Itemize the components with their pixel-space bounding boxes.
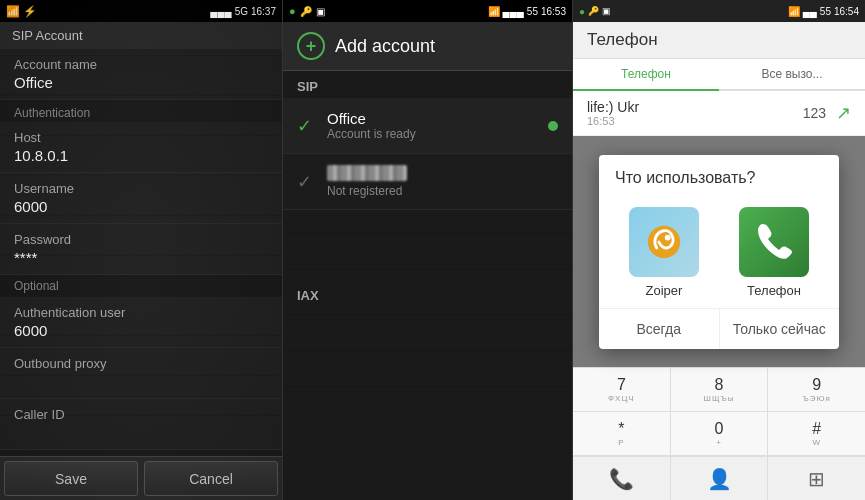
app-item-phone[interactable]: Телефон bbox=[729, 207, 819, 298]
account-name-value: Office bbox=[14, 74, 268, 91]
dialpad-contacts-button[interactable]: 👤 bbox=[671, 457, 769, 500]
dialpad-key-0[interactable]: 0 + bbox=[671, 412, 769, 456]
iax-section: IAX bbox=[283, 280, 572, 387]
time-3: 16:54 bbox=[834, 6, 859, 17]
sd-icon: ▣ bbox=[316, 6, 325, 17]
call-number: 123 bbox=[803, 105, 826, 121]
caller-name: life:) Ukr bbox=[587, 99, 793, 115]
call-info: life:) Ukr 16:53 bbox=[587, 99, 793, 127]
dialpad-key-8[interactable]: 8 ШЩЪы bbox=[671, 368, 769, 412]
signal-2: ▄▄▄ bbox=[503, 6, 524, 17]
iax-empty-area bbox=[283, 307, 572, 387]
dialpad-key-9[interactable]: 9 ЪЭЮя bbox=[768, 368, 865, 412]
account-name-field[interactable]: Account name Office bbox=[0, 49, 282, 100]
username-field[interactable]: Username 6000 bbox=[0, 173, 282, 224]
add-account-title: Add account bbox=[335, 36, 435, 57]
account-status-1: Account is ready bbox=[327, 127, 538, 141]
phone-tabs: Телефон Все вызо... bbox=[573, 59, 865, 91]
app-item-zoiper[interactable]: Zoiper bbox=[619, 207, 709, 298]
call-time: 16:53 bbox=[587, 115, 793, 127]
tab-phone[interactable]: Телефон bbox=[573, 59, 719, 91]
list-item[interactable]: ✓ Office Account is ready bbox=[283, 98, 572, 154]
battery-2: 55 bbox=[527, 6, 538, 17]
password-field[interactable]: Password **** bbox=[0, 224, 282, 275]
sip-section-label: SIP bbox=[283, 71, 572, 98]
zoiper-label: Zoiper bbox=[646, 283, 683, 298]
panel1-action-bar: Save Cancel bbox=[0, 456, 282, 500]
account-status-2: Not registered bbox=[327, 184, 558, 198]
svg-point-1 bbox=[665, 234, 671, 240]
sip-status-icon: ● bbox=[289, 5, 296, 17]
account-name-1: Office bbox=[327, 110, 538, 127]
dialpad-call-button[interactable]: 📞 bbox=[573, 457, 671, 500]
app-chooser-dialog: Что использовать? Zoiper bbox=[599, 155, 839, 349]
status-bar-3: ● 🔑 ▣ 📶 ▄▄ 55 16:54 bbox=[573, 0, 865, 22]
outbound-proxy-value bbox=[14, 373, 268, 390]
cancel-button[interactable]: Cancel bbox=[144, 461, 278, 496]
add-circle-icon[interactable]: + bbox=[297, 32, 325, 60]
auth-user-field[interactable]: Authentication user 6000 bbox=[0, 297, 282, 348]
phone-header: Телефон bbox=[573, 22, 865, 59]
status-left-icons: 📶 ⚡ bbox=[6, 5, 37, 18]
dialpad-key-7[interactable]: 7 ФХЦЧ bbox=[573, 368, 671, 412]
battery-3: 55 bbox=[820, 6, 831, 17]
key-icon-3: 🔑 bbox=[588, 6, 599, 16]
time-2: 16:53 bbox=[541, 6, 566, 17]
account-info-1: Office Account is ready bbox=[327, 110, 538, 141]
account-info-2: Not registered bbox=[327, 165, 558, 198]
save-button[interactable]: Save bbox=[4, 461, 138, 496]
dialpad-row-1: 7 ФХЦЧ 8 ШЩЪы 9 ЪЭЮя bbox=[573, 368, 865, 412]
dialog-action-buttons: Всегда Только сейчас bbox=[599, 308, 839, 349]
accounts-list: SIP ✓ Office Account is ready ✓ Not regi… bbox=[283, 71, 572, 500]
call-list-item[interactable]: life:) Ukr 16:53 123 ↗ bbox=[573, 91, 865, 136]
add-account-header: + Add account bbox=[283, 22, 572, 71]
always-button[interactable]: Всегда bbox=[599, 309, 720, 349]
outbound-proxy-field[interactable]: Outbound proxy bbox=[0, 348, 282, 399]
call-arrow-icon: ↗ bbox=[836, 102, 851, 124]
sip-icon-3: ● bbox=[579, 6, 585, 17]
dialpad-row-2: * P 0 + # W bbox=[573, 412, 865, 456]
signal-strength: ▄▄▄ bbox=[210, 6, 231, 17]
host-field[interactable]: Host 10.8.0.1 bbox=[0, 122, 282, 173]
panel1-title: SIP Account bbox=[0, 22, 282, 49]
dialpad-key-hash[interactable]: # W bbox=[768, 412, 865, 456]
dialpad-grid-button[interactable]: ⊞ bbox=[768, 457, 865, 500]
wifi-icon: 📶 bbox=[488, 6, 500, 17]
auth-user-label: Authentication user bbox=[14, 305, 268, 320]
password-label: Password bbox=[14, 232, 268, 247]
password-value: **** bbox=[14, 249, 268, 266]
caller-id-field[interactable]: Caller ID bbox=[0, 399, 282, 450]
sip-empty-area bbox=[283, 210, 572, 270]
key-icon: 🔑 bbox=[300, 6, 312, 17]
time-display: 16:37 bbox=[251, 6, 276, 17]
account-name-label: Account name bbox=[14, 57, 268, 72]
sip-account-panel: 📶 ⚡ ▄▄▄ 5G 16:37 SIP Account Account nam… bbox=[0, 0, 283, 500]
caller-id-label: Caller ID bbox=[14, 407, 268, 422]
status-right-2: 📶 ▄▄▄ 55 16:53 bbox=[488, 6, 566, 17]
phone-label: Телефон bbox=[747, 283, 801, 298]
add-account-panel: ● 🔑 ▣ 📶 ▄▄▄ 55 16:53 + Add account SIP ✓… bbox=[283, 0, 573, 500]
dialpad-action-bar: 📞 👤 ⊞ bbox=[573, 456, 865, 500]
signal-3: ▄▄ bbox=[803, 6, 817, 17]
dialog-overlay: Что использовать? Zoiper bbox=[573, 136, 865, 367]
authentication-section: Authentication bbox=[0, 100, 282, 122]
phone-icon bbox=[744, 212, 804, 272]
active-dot bbox=[548, 121, 558, 131]
host-value: 10.8.0.1 bbox=[14, 147, 268, 164]
optional-divider: Optional bbox=[0, 275, 282, 297]
host-label: Host bbox=[14, 130, 268, 145]
list-item[interactable]: ✓ Not registered bbox=[283, 154, 572, 210]
content-area: Что использовать? Zoiper bbox=[573, 136, 865, 367]
tab-calls[interactable]: Все вызо... bbox=[719, 59, 865, 91]
dialpad-key-star[interactable]: * P bbox=[573, 412, 671, 456]
caller-id-value bbox=[14, 424, 268, 441]
iax-section-label: IAX bbox=[283, 280, 572, 307]
just-once-button[interactable]: Только сейчас bbox=[720, 309, 840, 349]
auth-user-value: 6000 bbox=[14, 322, 268, 339]
check-icon: ✓ bbox=[297, 115, 317, 137]
zoiper-icon-wrap bbox=[629, 207, 699, 277]
phone-icon-wrap bbox=[739, 207, 809, 277]
status-bar-2: ● 🔑 ▣ 📶 ▄▄▄ 55 16:53 bbox=[283, 0, 572, 22]
status-right-3: 📶 ▄▄ 55 16:54 bbox=[788, 6, 859, 17]
blur-block bbox=[327, 165, 407, 181]
